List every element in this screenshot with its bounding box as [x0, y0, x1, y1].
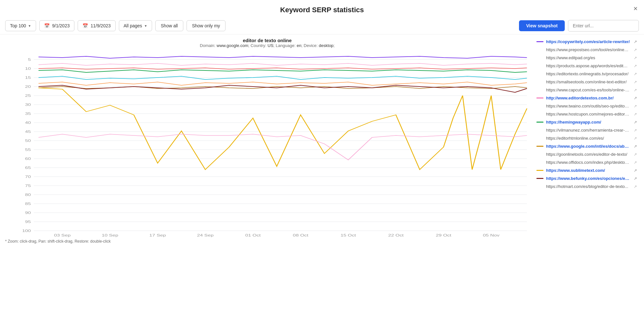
legend-url-text: https://www.sublimetext.com/	[546, 168, 605, 173]
svg-text:17 Sep: 17 Sep	[149, 233, 166, 237]
external-link-icon[interactable]: ↗	[634, 128, 639, 133]
end-date-picker[interactable]: 📅 11/9/2023	[78, 20, 115, 31]
country-value: US	[268, 43, 274, 48]
external-link-icon[interactable]: ↗	[634, 184, 639, 189]
external-link-icon[interactable]: ↗	[634, 144, 639, 149]
legend-color-line	[536, 154, 543, 155]
legend-color-line	[536, 89, 543, 90]
legend-color-line	[536, 65, 543, 66]
svg-text:30: 30	[25, 103, 31, 107]
end-date-label: 11/9/2023	[91, 23, 111, 28]
legend-item[interactable]: https://editorhtmlonline.com/es/↗	[534, 134, 641, 142]
external-link-icon[interactable]: ↗	[634, 120, 639, 125]
range-dropdown[interactable]: Top 100 ▼	[5, 20, 36, 31]
serp-chart-svg: 5 10 15 20 25 30 35 40 45 50 55 60 65 70…	[5, 51, 529, 237]
legend-item[interactable]: https://products.aspose.app/words/es/edi…	[534, 62, 641, 70]
legend-color-line	[536, 73, 543, 74]
legend-item[interactable]: https://www.editpad.org/es↗	[534, 54, 641, 62]
external-link-icon[interactable]: ↗	[634, 168, 639, 173]
chart-container[interactable]: 5 10 15 20 25 30 35 40 45 50 55 60 65 70…	[5, 51, 529, 237]
url-search-input[interactable]	[568, 20, 639, 32]
external-link-icon[interactable]: ↗	[634, 80, 639, 84]
start-date-label: 9/1/2023	[52, 23, 70, 28]
legend-url-text: https://copywritely.com/es/article-rewri…	[546, 39, 630, 44]
language-value: en	[297, 43, 301, 48]
external-link-icon[interactable]: ↗	[634, 104, 639, 108]
svg-text:45: 45	[25, 130, 31, 134]
legend-item[interactable]: https://www.twaino.com/outils/seo-sp/edi…	[534, 102, 641, 110]
legend-url-text: https://smallseotools.com/online-text-ed…	[546, 79, 627, 84]
domain-value: www.google.com	[216, 43, 248, 48]
legend-item[interactable]: https://www.google.com/intl/es/docs/abou…	[534, 142, 641, 150]
legend-color-line	[536, 114, 543, 115]
svg-text:20: 20	[25, 85, 31, 89]
calendar-start-icon: 📅	[44, 23, 50, 28]
svg-text:95: 95	[25, 220, 31, 224]
external-link-icon[interactable]: ↗	[634, 160, 639, 165]
pages-dropdown[interactable]: All pages ▼	[119, 20, 152, 31]
legend-color-line	[536, 57, 543, 58]
svg-text:35: 35	[25, 112, 31, 116]
close-button[interactable]: ×	[633, 5, 638, 13]
svg-text:22 Oct: 22 Oct	[388, 233, 404, 237]
legend-color-line	[536, 170, 543, 171]
svg-text:10 Sep: 10 Sep	[102, 233, 119, 237]
external-link-icon[interactable]: ↗	[634, 96, 639, 100]
legend-color-line	[536, 122, 543, 123]
legend-url-text: https://products.aspose.app/words/es/edi…	[546, 63, 630, 68]
svg-text:100: 100	[22, 229, 31, 233]
svg-text:25: 25	[25, 94, 31, 98]
show-only-my-button[interactable]: Show only my	[187, 20, 226, 31]
legend-item[interactable]: https://www.capcut.com/es-es/tools/onlin…	[534, 86, 641, 94]
legend-url-text: https://editortexto.onlinegratis.tv/proc…	[546, 71, 629, 76]
external-link-icon[interactable]: ↗	[634, 56, 639, 60]
toolbar: Top 100 ▼ 📅 9/1/2023 📅 11/9/2023 All pag…	[0, 17, 644, 34]
svg-text:60: 60	[25, 157, 31, 161]
external-link-icon[interactable]: ↗	[634, 72, 639, 76]
external-link-icon[interactable]: ↗	[634, 176, 639, 181]
legend-url-text: https://www.twaino.com/outils/seo-sp/edi…	[546, 104, 630, 108]
chart-area: editor de texto online Domain: www.googl…	[0, 38, 534, 244]
legend-item[interactable]: https://goonlinetools.com/es/editor-de-t…	[534, 150, 641, 158]
legend-item[interactable]: https://vilmanunez.com/herramienta-crear…	[534, 126, 641, 134]
keyword-label: editor de texto online	[5, 38, 529, 43]
legend-color-line	[536, 49, 543, 50]
chart-header: editor de texto online Domain: www.googl…	[5, 38, 529, 48]
legend-url-text: https://www.befunky.com/es/opciones/edit…	[546, 176, 630, 181]
svg-text:75: 75	[25, 184, 31, 188]
show-all-button[interactable]: Show all	[155, 20, 183, 31]
legend-item[interactable]: https://www.sublimetext.com/↗	[534, 166, 641, 174]
legend-item[interactable]: https://www.hostcupon.com/mejores-editor…	[534, 110, 641, 118]
legend-item[interactable]: https://smallseotools.com/online-text-ed…	[534, 78, 641, 86]
external-link-icon[interactable]: ↗	[634, 88, 639, 92]
svg-text:08 Oct: 08 Oct	[293, 233, 308, 237]
external-link-icon[interactable]: ↗	[634, 40, 639, 44]
legend-item[interactable]: https://hemingwayapp.com/↗	[534, 118, 641, 126]
svg-text:01 Oct: 01 Oct	[245, 233, 261, 237]
external-link-icon[interactable]: ↗	[634, 152, 639, 157]
pages-label: All pages	[124, 23, 142, 28]
external-link-icon[interactable]: ↗	[634, 48, 639, 52]
start-date-picker[interactable]: 📅 9/1/2023	[39, 20, 75, 31]
svg-text:40: 40	[25, 121, 31, 125]
device-value: desktop	[319, 43, 334, 48]
legend-color-line	[536, 186, 543, 187]
legend-color-line	[536, 81, 543, 82]
external-link-icon[interactable]: ↗	[634, 112, 639, 116]
view-snapshot-button[interactable]: View snapshot	[519, 20, 565, 31]
legend-item[interactable]: https://www.prepostseo.com/tool/es/onlin…	[534, 46, 641, 54]
external-link-icon[interactable]: ↗	[634, 64, 639, 68]
external-link-icon[interactable]: ↗	[634, 136, 639, 141]
legend-color-line	[536, 106, 543, 107]
legend-item[interactable]: https://copywritely.com/es/article-rewri…	[534, 38, 641, 46]
legend-item[interactable]: http://www.editordetextos.com.br/↗	[534, 94, 641, 102]
legend-item[interactable]: https://www.offidocs.com/index.php/deskt…	[534, 158, 641, 166]
legend-area: https://copywritely.com/es/article-rewri…	[534, 38, 644, 244]
legend-item[interactable]: https://www.befunky.com/es/opciones/edit…	[534, 174, 641, 182]
svg-text:85: 85	[25, 202, 31, 206]
legend-item[interactable]: https://editortexto.onlinegratis.tv/proc…	[534, 70, 641, 78]
svg-text:70: 70	[25, 175, 31, 179]
legend-item[interactable]: https://hotmart.com/es/blog/editor-de-te…	[534, 182, 641, 190]
calendar-end-icon: 📅	[82, 23, 88, 28]
legend-color-line	[536, 138, 543, 139]
